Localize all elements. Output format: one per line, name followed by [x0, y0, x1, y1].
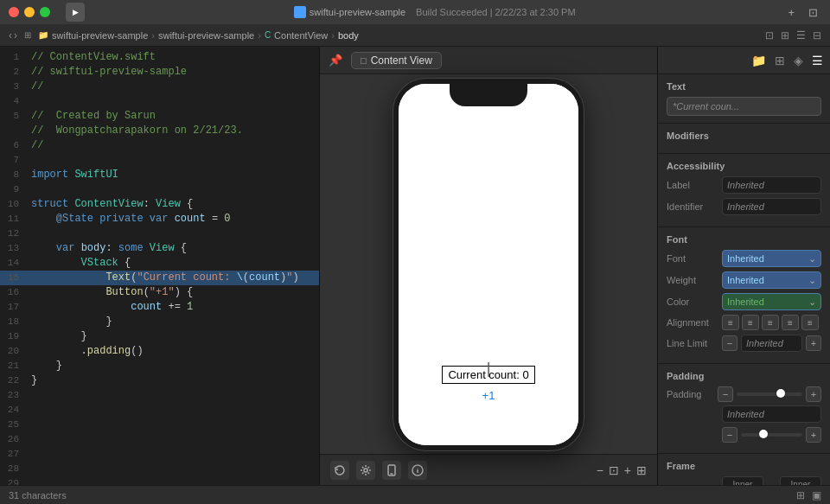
info-button[interactable]	[408, 461, 427, 480]
breadcrumb-symbol[interactable]: body	[338, 30, 359, 41]
code-line-14: 14 VStack {	[0, 256, 319, 271]
editor-layout-icon[interactable]: ⊡	[765, 29, 774, 41]
code-line-22: 22 }	[0, 373, 319, 388]
inspector-file-icon[interactable]: 📁	[751, 54, 766, 67]
minimap-icon[interactable]: ☰	[796, 29, 806, 41]
minimize-button[interactable]	[24, 7, 35, 17]
build-status: Build Succeeded | 2/22/23 at 2:30 PM	[416, 7, 575, 17]
identifier-value[interactable]: Inherited	[722, 198, 821, 215]
line-limit-minus[interactable]: −	[722, 335, 737, 351]
breadcrumb-file[interactable]: C ContentView	[265, 30, 328, 41]
code-line-20: 20 .padding()	[0, 344, 319, 359]
breadcrumb-folder[interactable]: swiftui-preview-sample	[158, 30, 254, 41]
alignment-group: ≡ ≡ ≡ ≡ ≡	[722, 315, 819, 330]
zoom-out-button[interactable]: −	[597, 463, 603, 477]
line-limit-value[interactable]: Inherited	[741, 335, 802, 352]
code-line-1: 1 // ContentView.swift	[0, 50, 319, 65]
align-justify-button[interactable]: ≡	[782, 315, 799, 330]
preview-toolbar: 📌 Content View	[320, 47, 657, 74]
main-area: 1 // ContentView.swift 2 // swiftui-prev…	[0, 47, 830, 485]
padding2-plus[interactable]: +	[806, 427, 821, 443]
sidebar-toggle[interactable]: ⊞	[24, 30, 31, 40]
align-right-button[interactable]: ≡	[762, 315, 779, 330]
pin-button[interactable]: 📌	[329, 54, 342, 67]
device-preview-button[interactable]	[382, 461, 401, 480]
inspector-accessibility-section: Accessibility Label Inherited Identifier…	[658, 154, 830, 227]
code-editor[interactable]: 1 // ContentView.swift 2 // swiftui-prev…	[0, 47, 320, 485]
close-button[interactable]	[9, 7, 19, 17]
file-icon: C	[265, 30, 271, 40]
zoom-in-button[interactable]: +	[624, 463, 631, 477]
label-value[interactable]: Inherited	[722, 176, 821, 194]
width-value[interactable]: Inner	[722, 476, 763, 485]
code-line-26: 26	[0, 432, 319, 447]
folder-icon: 📁	[38, 30, 48, 40]
screen-icon[interactable]: ▣	[812, 489, 821, 501]
forward-button[interactable]: ›	[14, 29, 17, 41]
padding2-minus[interactable]: −	[722, 427, 737, 443]
padding-slider[interactable]	[737, 392, 802, 396]
back-button[interactable]: ‹	[9, 29, 12, 41]
inspector-media-icon[interactable]: ⊞	[775, 54, 785, 67]
code-line-5: 5 // Created by Sarun	[0, 109, 319, 124]
code-line-2: 2 // swiftui-preview-sample	[0, 65, 319, 80]
align-center-button[interactable]: ≡	[742, 315, 759, 330]
code-line-9: 9	[0, 182, 319, 197]
code-line-29: 29	[0, 476, 319, 485]
maximize-button[interactable]	[40, 7, 50, 17]
app-content: Current count: 0 +1	[442, 366, 534, 402]
preview-zoom-controls: − ⊡ + ⊞	[597, 463, 647, 477]
size-row: Size Inner Width — Inner Height	[667, 476, 821, 485]
font-section-title: Font	[667, 234, 821, 245]
content-view-button[interactable]: Content View	[351, 52, 442, 69]
weight-dropdown[interactable]: Inherited	[722, 271, 821, 289]
inspector-list-icon[interactable]: ☰	[812, 54, 823, 67]
padding-value[interactable]: Inherited	[722, 405, 821, 423]
refresh-preview-button[interactable]	[330, 461, 349, 480]
code-line-3: 3 //	[0, 80, 319, 94]
split-view-button[interactable]: ⊡	[805, 4, 821, 21]
padding-minus[interactable]: −	[718, 386, 733, 402]
align-natural-button[interactable]: ≡	[801, 315, 819, 330]
iphone-screen: Current count: 0 +1	[399, 84, 578, 445]
inspector-content: Text *Current coun... Modifiers Accessib…	[658, 74, 830, 485]
inspector-text-section: Text *Current coun...	[658, 74, 830, 124]
code-line-8: 8 import SwiftUI	[0, 168, 319, 182]
inspector-font-section: Font Font Inherited Weight Inherited Col…	[658, 227, 830, 364]
breadcrumb-project[interactable]: 📁 swiftui-preview-sample	[38, 30, 148, 41]
inspector-toolbar: 📁 ⊞ ◈ ☰	[658, 47, 830, 74]
zoom-fit-button[interactable]: ⊞	[636, 463, 647, 477]
code-line-6: 6 //	[0, 138, 319, 153]
status-right: ⊞ ▣	[796, 489, 821, 501]
settings-preview-button[interactable]	[356, 461, 375, 480]
color-dropdown[interactable]: Inherited	[722, 293, 821, 310]
code-line-5b: // Wongpatcharapakorn on 2/21/23.	[0, 124, 319, 138]
align-left-button[interactable]: ≡	[722, 315, 739, 330]
font-dropdown[interactable]: Inherited	[722, 250, 821, 267]
padding-slider2[interactable]	[741, 433, 802, 437]
play-button[interactable]	[66, 3, 85, 22]
code-line-25: 25	[0, 418, 319, 432]
inspector-toggle-icon[interactable]: ⊟	[813, 29, 821, 41]
padding-plus[interactable]: +	[806, 386, 821, 402]
text-placeholder: *Current coun...	[673, 101, 739, 112]
code-line-10: 10 struct ContentView: View {	[0, 197, 319, 212]
text-section-title: Text	[667, 81, 821, 92]
app-plus-button[interactable]: +1	[482, 389, 495, 402]
code-line-13: 13 var body: some View {	[0, 241, 319, 256]
code-line-16: 16 Button("+1") {	[0, 285, 319, 300]
titlebar-center: swiftui-preview-sample Build Succeeded |…	[92, 6, 777, 18]
modifiers-title: Modifiers	[667, 131, 821, 141]
iphone-mockup: Current count: 0 +1	[393, 79, 584, 450]
split-editor-icon[interactable]: ⊞	[781, 29, 789, 41]
zoom-reset-button[interactable]: ⊡	[609, 463, 619, 477]
code-line-27: 27	[0, 447, 319, 462]
inspector-attr-icon[interactable]: ◈	[794, 54, 803, 67]
new-tab-button[interactable]: +	[784, 4, 798, 21]
text-field[interactable]: *Current coun...	[667, 97, 821, 116]
grid-icon[interactable]: ⊞	[796, 489, 805, 501]
height-value[interactable]: Inner	[780, 476, 821, 485]
padding-value-row: Inherited	[667, 405, 821, 423]
padding-thumb2	[759, 430, 768, 438]
line-limit-plus[interactable]: +	[806, 335, 821, 351]
